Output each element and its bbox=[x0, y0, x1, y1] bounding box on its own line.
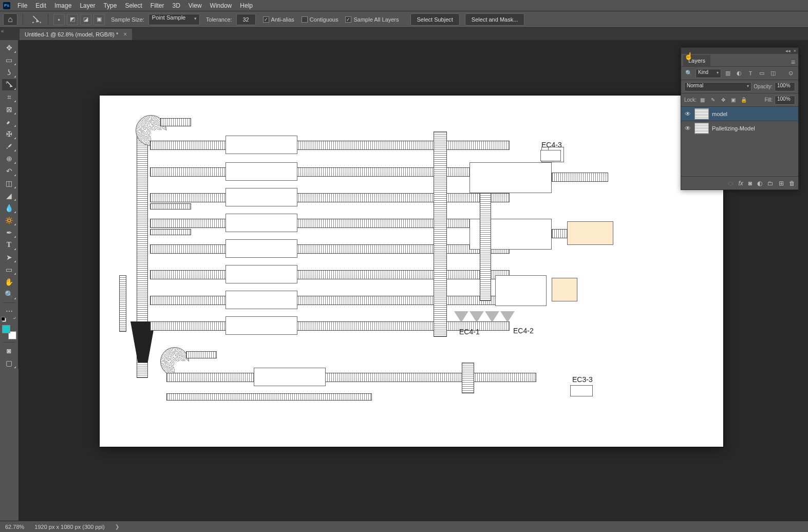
lasso-tool[interactable]: ʖ bbox=[2, 67, 16, 78]
history-brush-tool[interactable]: ↶ bbox=[2, 165, 16, 177]
lock-position-icon[interactable]: ✥ bbox=[719, 96, 727, 104]
layer-thumbnail[interactable] bbox=[694, 123, 709, 134]
clone-stamp-tool[interactable]: ⊕ bbox=[2, 153, 16, 164]
menu-file[interactable]: File bbox=[13, 2, 31, 9]
tools-panel: ✥ ▭ ʖ ⌗ ⊠ ✠ ⊕ ↶ ◫ ◢ 💧 🔅 ✒ T ➤ ▭ ✋ 🔍 ⋯ ⤾ … bbox=[0, 40, 18, 369]
blend-mode-select[interactable]: Normal bbox=[684, 82, 751, 91]
frame-tool[interactable]: ⊠ bbox=[2, 104, 16, 115]
document-info[interactable]: 1920 px x 1080 px (300 ppi) bbox=[34, 524, 104, 530]
eraser-tool[interactable]: ◫ bbox=[2, 178, 16, 189]
visibility-toggle-icon[interactable]: 👁 bbox=[684, 125, 691, 132]
path-selection-tool[interactable]: ➤ bbox=[2, 252, 16, 263]
menu-help[interactable]: Help bbox=[236, 2, 257, 9]
color-swatches[interactable] bbox=[2, 325, 16, 339]
menu-layer[interactable]: Layer bbox=[76, 2, 99, 9]
delete-layer-icon[interactable]: 🗑 bbox=[789, 180, 795, 187]
intersect-selection-button[interactable]: ▣ bbox=[93, 14, 105, 25]
filter-shape-icon[interactable]: ▭ bbox=[757, 69, 766, 78]
screen-mode-button[interactable]: ▢ bbox=[2, 357, 16, 369]
conveyor-lane bbox=[166, 393, 372, 401]
menu-3d[interactable]: 3D bbox=[168, 2, 184, 9]
zoom-level[interactable]: 62.78% bbox=[5, 524, 24, 530]
collapse-panel-icon[interactable]: ◂◂ bbox=[785, 48, 791, 53]
filter-kind-select[interactable]: Kind bbox=[696, 69, 721, 78]
opacity-input[interactable]: 100% bbox=[775, 82, 795, 91]
menu-select[interactable]: Select bbox=[121, 2, 146, 9]
sample-all-layers-checkbox[interactable]: Sample All Layers bbox=[345, 16, 399, 23]
layer-style-icon[interactable]: fx bbox=[738, 180, 743, 187]
lock-artboard-icon[interactable]: ▣ bbox=[729, 96, 738, 104]
new-selection-button[interactable]: ▪ bbox=[53, 14, 65, 25]
status-flyout-icon[interactable]: ❯ bbox=[115, 524, 119, 529]
hand-tool[interactable]: ✋ bbox=[2, 276, 16, 288]
edit-toolbar-button[interactable]: ⋯ bbox=[2, 306, 16, 317]
subtract-selection-button[interactable]: ◪ bbox=[80, 14, 91, 25]
layer-name[interactable]: Palletizing-Model bbox=[712, 125, 755, 131]
close-tab-button[interactable]: × bbox=[123, 31, 127, 38]
add-selection-button[interactable]: ◩ bbox=[67, 14, 78, 25]
layer-mask-icon[interactable]: ◙ bbox=[748, 180, 752, 187]
canvas-label: EC4-1 bbox=[459, 328, 480, 336]
canvas-label: EC3-3 bbox=[572, 375, 593, 384]
pen-tool[interactable]: ✒ bbox=[2, 227, 16, 238]
home-button[interactable]: ⌂ bbox=[3, 13, 17, 26]
tool-preset-picker[interactable]: ▾ bbox=[28, 13, 43, 26]
options-collapse-toggle[interactable]: « bbox=[1, 28, 4, 34]
eyedropper-tool[interactable] bbox=[2, 116, 16, 127]
menu-type[interactable]: Type bbox=[99, 2, 121, 9]
gradient-tool[interactable]: ◢ bbox=[2, 190, 16, 201]
panel-titlebar[interactable]: ◂◂ × bbox=[681, 48, 798, 54]
panel-menu-icon[interactable]: ≡ bbox=[791, 58, 795, 66]
filter-smart-icon[interactable]: ◫ bbox=[768, 69, 778, 78]
menu-view[interactable]: View bbox=[184, 2, 206, 9]
filter-type-icon[interactable]: T bbox=[746, 69, 755, 78]
move-tool[interactable]: ✥ bbox=[2, 42, 16, 53]
canvas-area[interactable]: EC4-3 EC4-1 EC4-2 EC3-3 ◂◂ × Layers ≡ 🔍 bbox=[18, 40, 808, 521]
filter-pixel-icon[interactable]: ▥ bbox=[723, 69, 732, 78]
blur-tool[interactable]: 💧 bbox=[2, 202, 16, 214]
adjustment-layer-icon[interactable]: ◐ bbox=[757, 180, 762, 187]
antialias-checkbox[interactable]: Anti-alias bbox=[263, 16, 294, 23]
select-subject-button[interactable]: Select Subject bbox=[410, 13, 460, 26]
filter-adjustment-icon[interactable]: ◐ bbox=[735, 69, 744, 78]
menu-window[interactable]: Window bbox=[206, 2, 236, 9]
quick-mask-button[interactable]: ◙ bbox=[2, 345, 16, 356]
layer-name[interactable]: model bbox=[712, 111, 727, 117]
document-tab[interactable]: Untitled-1 @ 62.8% (model, RGB/8) * × bbox=[20, 29, 132, 40]
contiguous-checkbox[interactable]: Contiguous bbox=[302, 16, 339, 23]
visibility-toggle-icon[interactable]: 👁 bbox=[684, 110, 691, 118]
zoom-tool[interactable]: 🔍 bbox=[2, 289, 16, 300]
lock-pixels-icon[interactable]: ✎ bbox=[709, 96, 717, 104]
type-tool[interactable]: T bbox=[2, 239, 16, 251]
rectangle-tool[interactable]: ▭ bbox=[2, 264, 16, 275]
layer-thumbnail[interactable] bbox=[694, 108, 709, 120]
menu-filter[interactable]: Filter bbox=[146, 2, 168, 9]
filter-toggle-icon[interactable]: ⊙ bbox=[786, 69, 795, 78]
select-and-mask-button[interactable]: Select and Mask... bbox=[465, 13, 525, 26]
machine bbox=[226, 239, 297, 258]
brush-tool[interactable] bbox=[2, 141, 16, 152]
layers-tab[interactable]: Layers bbox=[683, 55, 710, 66]
marquee-tool[interactable]: ▭ bbox=[2, 54, 16, 66]
menu-edit[interactable]: Edit bbox=[31, 2, 50, 9]
new-layer-icon[interactable]: ⊞ bbox=[779, 180, 784, 187]
fill-input[interactable]: 100% bbox=[775, 96, 795, 105]
link-layers-icon[interactable]: ⬭ bbox=[728, 180, 733, 187]
healing-brush-tool[interactable]: ✠ bbox=[2, 128, 16, 140]
lock-all-icon[interactable]: 🔒 bbox=[740, 96, 748, 104]
default-colors-icon[interactable] bbox=[1, 317, 6, 322]
layer-row[interactable]: 👁 Palletizing-Model ☝ bbox=[681, 121, 798, 135]
lock-transparency-icon[interactable]: ▦ bbox=[699, 96, 707, 104]
close-panel-icon[interactable]: × bbox=[794, 48, 796, 53]
sample-size-select[interactable]: Point Sample bbox=[148, 14, 200, 25]
layer-row[interactable]: 👁 model bbox=[681, 106, 798, 121]
menu-image[interactable]: Image bbox=[50, 2, 76, 9]
search-icon[interactable]: 🔍 bbox=[684, 69, 693, 78]
swap-colors-icon[interactable]: ⤾ bbox=[13, 316, 16, 320]
magic-wand-tool[interactable] bbox=[2, 79, 16, 90]
dodge-tool[interactable]: 🔅 bbox=[2, 215, 16, 226]
new-group-icon[interactable]: 🗀 bbox=[767, 180, 774, 187]
foreground-color-swatch[interactable] bbox=[2, 325, 10, 333]
crop-tool[interactable]: ⌗ bbox=[2, 91, 16, 103]
tolerance-input[interactable] bbox=[236, 14, 256, 25]
